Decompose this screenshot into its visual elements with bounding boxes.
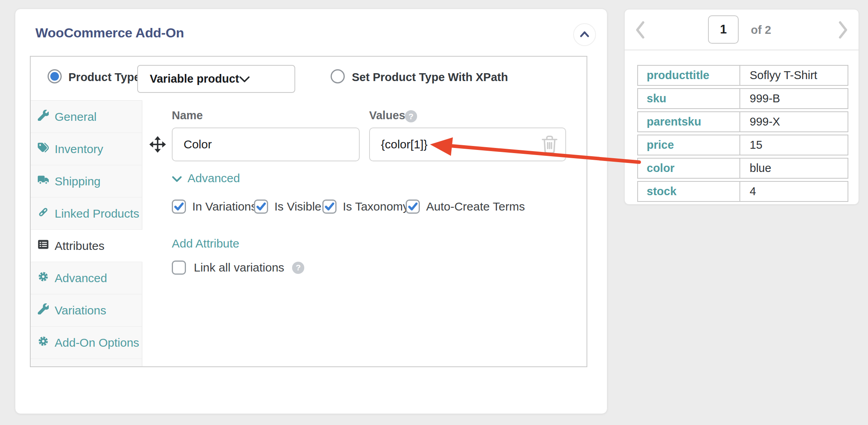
wrench-icon xyxy=(38,110,49,124)
attribute-name-input[interactable] xyxy=(172,128,360,161)
option-is-taxonomy: Is Taxonomy xyxy=(322,200,409,214)
panel-title: WooCommerce Add-On xyxy=(35,25,184,41)
chevron-down-icon xyxy=(239,72,250,85)
field-value: 999-X xyxy=(740,112,780,131)
link-all-help-icon[interactable]: ? xyxy=(292,262,304,274)
record-pager: of 2 xyxy=(625,9,859,50)
trash-icon xyxy=(541,150,558,156)
wrench-icon xyxy=(38,303,49,317)
tag-icon xyxy=(38,142,49,156)
tab-general[interactable]: General xyxy=(31,101,142,133)
field-value: 15 xyxy=(740,135,762,155)
chevron-right-icon xyxy=(838,35,849,41)
settings-tab-list: General Inventory Shipping Linked Produc… xyxy=(31,100,142,366)
values-help-icon[interactable]: ? xyxy=(405,110,417,122)
in-variations-checkbox[interactable] xyxy=(172,200,186,214)
record-count-label: of 2 xyxy=(751,24,771,37)
advanced-toggle[interactable]: Advanced xyxy=(172,172,240,185)
collapse-panel-button[interactable] xyxy=(573,23,596,46)
option-in-variations: In Variations xyxy=(172,200,257,214)
field-name[interactable]: stock xyxy=(638,182,740,201)
auto-create-terms-checkbox[interactable] xyxy=(406,200,420,214)
table-row: sku 999-B xyxy=(637,88,848,109)
is-taxonomy-checkbox[interactable] xyxy=(322,200,337,214)
checkbox-label: Is Visible xyxy=(274,200,322,213)
field-value: blue xyxy=(740,159,771,178)
truck-icon xyxy=(38,174,49,188)
tab-attributes[interactable]: Attributes xyxy=(31,230,142,262)
previous-record-button[interactable] xyxy=(634,20,646,39)
field-name[interactable]: color xyxy=(638,159,740,178)
tab-shipping[interactable]: Shipping xyxy=(31,165,142,198)
record-field-table: producttitle Soflyy T-Shirt sku 999-B pa… xyxy=(625,50,859,202)
product-type-radio[interactable] xyxy=(48,69,62,83)
is-visible-checkbox[interactable] xyxy=(254,200,268,214)
tab-label: Attributes xyxy=(55,239,105,253)
link-icon xyxy=(38,207,49,220)
tab-variations[interactable]: Variations xyxy=(31,294,142,327)
option-auto-create-terms: Auto-Create Terms xyxy=(406,200,525,214)
attribute-values-input[interactable] xyxy=(369,128,566,161)
table-row: stock 4 xyxy=(637,181,848,202)
drag-handle-icon[interactable] xyxy=(149,136,166,153)
field-value: 4 xyxy=(740,182,756,201)
table-row: color blue xyxy=(637,158,848,179)
tab-label: Variations xyxy=(55,304,106,317)
chevron-up-icon xyxy=(579,30,590,39)
link-all-variations-label: Link all variations xyxy=(194,261,284,274)
advanced-toggle-label: Advanced xyxy=(188,172,240,185)
chevron-down-icon xyxy=(172,172,182,185)
tab-label: Shipping xyxy=(55,175,101,188)
tab-label: Linked Products xyxy=(55,207,139,220)
field-name[interactable]: producttitle xyxy=(638,66,740,85)
checkbox-label: In Variations xyxy=(192,200,257,213)
chevron-left-icon xyxy=(634,35,645,41)
tab-addon-options[interactable]: Add-On Options xyxy=(31,327,142,359)
tab-label: General xyxy=(55,110,97,124)
field-name[interactable]: sku xyxy=(638,89,740,108)
xpath-radio[interactable] xyxy=(331,69,345,83)
xpath-radio-label: Set Product Type With XPath xyxy=(352,71,508,84)
gear-icon xyxy=(38,271,49,285)
field-name[interactable]: parentsku xyxy=(638,112,740,131)
field-name[interactable]: price xyxy=(638,135,740,155)
tab-inventory[interactable]: Inventory xyxy=(31,133,142,165)
screenshot-root: WooCommerce Add-On Product Type Variable… xyxy=(0,0,868,425)
tab-label: Add-On Options xyxy=(55,336,139,349)
add-attribute-link[interactable]: Add Attribute xyxy=(172,237,239,250)
record-number-input[interactable] xyxy=(708,15,739,44)
option-is-visible: Is Visible xyxy=(254,200,322,214)
tab-label: Inventory xyxy=(55,142,103,156)
product-type-radio-label: Product Type xyxy=(68,71,140,84)
attribute-values-field xyxy=(369,128,566,161)
link-all-variations-checkbox[interactable] xyxy=(172,261,186,275)
table-row: price 15 xyxy=(637,135,848,155)
table-row: parentsku 999-X xyxy=(637,111,848,132)
product-type-selected-value: Variable product xyxy=(150,72,239,85)
record-preview-panel: of 2 producttitle Soflyy T-Shirt sku 999… xyxy=(624,9,859,205)
field-value: 999-B xyxy=(740,89,780,108)
gear-icon xyxy=(38,336,49,349)
product-type-select[interactable]: Variable product xyxy=(137,65,295,93)
woocommerce-addon-panel: WooCommerce Add-On Product Type Variable… xyxy=(15,9,607,414)
tab-advanced[interactable]: Advanced xyxy=(31,262,142,294)
list-table-icon xyxy=(38,239,49,253)
name-field-label: Name xyxy=(172,109,203,122)
import-options-box: Product Type Variable product Set Produc… xyxy=(30,56,587,367)
next-record-button[interactable] xyxy=(837,20,849,39)
link-all-variations-row: Link all variations ? xyxy=(172,261,304,275)
table-row: producttitle Soflyy T-Shirt xyxy=(637,65,848,86)
delete-attribute-button[interactable] xyxy=(541,134,558,155)
tab-linked-products[interactable]: Linked Products xyxy=(31,198,142,230)
tab-label: Advanced xyxy=(55,272,107,285)
checkbox-label: Is Taxonomy xyxy=(343,200,409,213)
field-value: Soflyy T-Shirt xyxy=(740,66,817,85)
checkbox-label: Auto-Create Terms xyxy=(426,200,525,213)
values-field-label: Values xyxy=(369,109,405,122)
